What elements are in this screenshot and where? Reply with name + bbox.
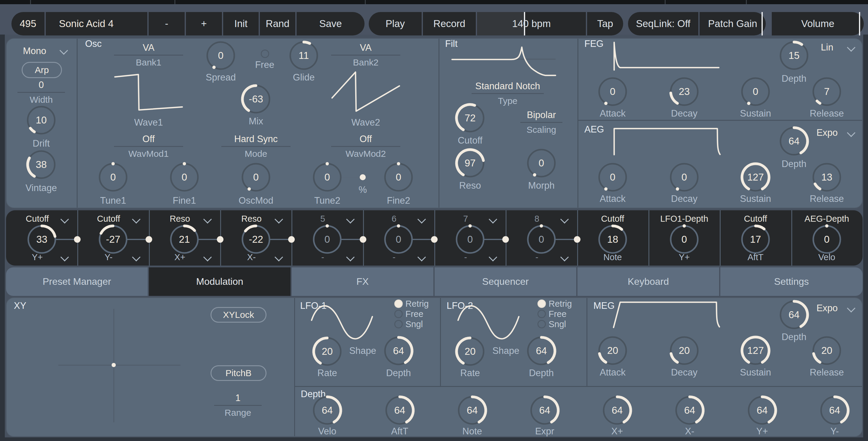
width-value[interactable]: 0 bbox=[18, 79, 65, 91]
seqlink-toggle[interactable]: SeqLink: Off bbox=[628, 12, 699, 35]
mod-slot-source-select[interactable]: - bbox=[292, 252, 353, 262]
patch-gain-cursor[interactable] bbox=[762, 12, 763, 35]
volume-slider[interactable]: Volume bbox=[772, 12, 864, 35]
mod-slot-dot[interactable] bbox=[502, 236, 509, 243]
aeg-slope-select[interactable]: Expo bbox=[809, 127, 845, 138]
depth-note-knob[interactable]: 64 bbox=[455, 394, 489, 427]
arp-toggle[interactable]: Arp bbox=[22, 62, 62, 78]
sync-mode-select[interactable]: Hard Sync Mode bbox=[221, 133, 290, 159]
save-button[interactable]: Save bbox=[297, 12, 365, 35]
mod-slot-amount-knob[interactable]: 0 bbox=[810, 223, 844, 256]
aeg-decay-knob[interactable]: 0 bbox=[668, 161, 701, 194]
mod-slot-source-select[interactable]: X+ bbox=[150, 252, 210, 262]
mod-slot-source-select[interactable]: - bbox=[364, 252, 424, 262]
mod-slot-amount-knob[interactable]: -22 bbox=[239, 223, 273, 256]
mod-slot-source-select[interactable]: - bbox=[435, 252, 496, 262]
mod-slot-dot[interactable] bbox=[217, 236, 223, 243]
meg-attack-knob[interactable]: 20 bbox=[596, 334, 629, 367]
lfo2-free-radio[interactable] bbox=[537, 310, 546, 318]
pitchb-toggle[interactable]: PitchB bbox=[211, 365, 267, 381]
preset-next-button[interactable]: + bbox=[186, 12, 222, 35]
oscmod-percent-dot[interactable] bbox=[359, 173, 367, 181]
lfo1-free-radio[interactable] bbox=[394, 310, 403, 318]
width-field[interactable]: 0 Width bbox=[18, 79, 65, 105]
mod-slot-dot[interactable] bbox=[574, 236, 581, 243]
lfo1-retrig-radio[interactable] bbox=[394, 300, 403, 308]
fine2-knob[interactable]: 0 bbox=[382, 161, 415, 194]
drift-knob[interactable]: 10 bbox=[24, 103, 58, 137]
record-button[interactable]: Record bbox=[423, 12, 476, 35]
wavmod1-select[interactable]: Off WavMod1 bbox=[114, 133, 183, 159]
mod-slot-source-select[interactable]: X- bbox=[221, 252, 281, 262]
scaling-value[interactable]: Bipolar bbox=[520, 109, 562, 121]
depth-yminus-knob[interactable]: 64 bbox=[818, 394, 851, 427]
tab-settings[interactable]: Settings bbox=[720, 267, 863, 296]
lfo2-sngl-radio[interactable] bbox=[537, 320, 546, 328]
filter-type-value[interactable]: Standard Notch bbox=[472, 80, 544, 92]
feg-sustain-knob[interactable]: 0 bbox=[739, 75, 772, 108]
mod-slot-source-select[interactable]: Y- bbox=[79, 252, 138, 262]
reso-knob[interactable]: 97 bbox=[453, 146, 487, 180]
xylock-toggle[interactable]: XYLock bbox=[211, 307, 267, 323]
tab-preset-manager[interactable]: Preset Manager bbox=[6, 267, 148, 296]
wavmod2-select[interactable]: Off WavMod2 bbox=[331, 133, 400, 159]
xy-range-field[interactable]: 1 Range bbox=[214, 392, 262, 418]
osc1-bank-select[interactable]: VA Bank1 bbox=[114, 42, 183, 68]
tune1-knob[interactable]: 0 bbox=[96, 161, 130, 194]
aeg-sustain-knob[interactable]: 127 bbox=[739, 161, 772, 194]
mod-slot-source-select[interactable]: Y+ bbox=[7, 252, 67, 262]
aeg-attack-knob[interactable]: 0 bbox=[596, 161, 629, 194]
wavmod2-value[interactable]: Off bbox=[331, 133, 400, 145]
depth-aftt-knob[interactable]: 64 bbox=[383, 394, 416, 427]
tab-sequencer[interactable]: Sequencer bbox=[435, 267, 576, 296]
sync-mode-value[interactable]: Hard Sync bbox=[221, 133, 290, 145]
tap-button[interactable]: Tap bbox=[587, 12, 623, 35]
spread-knob[interactable]: 0 bbox=[204, 39, 238, 72]
mod-slot-dot[interactable] bbox=[146, 236, 152, 243]
mod-slot-dot[interactable] bbox=[288, 236, 295, 243]
xy-cursor-dot[interactable] bbox=[112, 363, 116, 367]
mod-slot-dot[interactable] bbox=[360, 236, 366, 243]
voice-mode-select[interactable]: Mono bbox=[12, 46, 57, 57]
depth-xminus-knob[interactable]: 64 bbox=[673, 394, 707, 427]
mod-slot-amount-knob[interactable]: 0 bbox=[525, 223, 558, 256]
feg-release-knob[interactable]: 7 bbox=[810, 75, 844, 108]
lfo2-depth-knob[interactable]: 64 bbox=[525, 334, 558, 368]
meg-slope-select[interactable]: Expo bbox=[809, 303, 845, 314]
mod-slot-dot[interactable] bbox=[431, 236, 438, 243]
preset-name-field[interactable]: Sonic Acid 4 bbox=[46, 12, 147, 35]
mod-slot-amount-knob[interactable]: 17 bbox=[739, 223, 772, 256]
mod-slot-amount-knob[interactable]: 0 bbox=[453, 223, 487, 256]
mod-slot-amount-knob[interactable]: 0 bbox=[310, 223, 344, 256]
glide-knob[interactable]: 11 bbox=[287, 39, 320, 72]
tab-modulation[interactable]: Modulation bbox=[149, 267, 290, 296]
free-radio[interactable] bbox=[261, 49, 269, 58]
mod-slot-amount-knob[interactable]: -27 bbox=[96, 223, 130, 256]
lfo1-depth-knob[interactable]: 64 bbox=[382, 334, 415, 368]
aeg-release-knob[interactable]: 13 bbox=[810, 161, 844, 194]
mod-slot-amount-knob[interactable]: 21 bbox=[167, 223, 201, 256]
depth-velo-knob[interactable]: 64 bbox=[310, 394, 344, 427]
play-button[interactable]: Play bbox=[369, 12, 422, 35]
wavmod1-value[interactable]: Off bbox=[114, 133, 183, 145]
depth-xplus-knob[interactable]: 64 bbox=[600, 394, 634, 427]
morph-knob[interactable]: 0 bbox=[525, 146, 558, 180]
mod-slot-amount-knob[interactable]: 0 bbox=[668, 223, 701, 256]
aeg-depth-knob[interactable]: 64 bbox=[777, 124, 811, 158]
depth-yplus-knob[interactable]: 64 bbox=[745, 394, 779, 427]
mix-knob[interactable]: -63 bbox=[239, 82, 273, 116]
osc2-bank-value[interactable]: VA bbox=[331, 42, 400, 54]
meg-decay-knob[interactable]: 20 bbox=[668, 334, 701, 367]
meg-release-knob[interactable]: 20 bbox=[810, 334, 844, 367]
depth-expr-knob[interactable]: 64 bbox=[528, 394, 561, 427]
mod-slot-amount-knob[interactable]: 0 bbox=[382, 223, 415, 256]
feg-slope-select[interactable]: Lin bbox=[809, 42, 845, 53]
meg-sustain-knob[interactable]: 127 bbox=[739, 334, 772, 367]
osc1-bank-value[interactable]: VA bbox=[114, 42, 183, 54]
patch-gain-slider[interactable]: Patch Gain bbox=[700, 12, 766, 35]
lfo1-shape-label[interactable]: Shape bbox=[339, 345, 387, 356]
vintage-knob[interactable]: 38 bbox=[24, 148, 58, 181]
mod-slot-source-select[interactable]: - bbox=[507, 252, 567, 262]
oscmod-knob[interactable]: 0 bbox=[239, 161, 273, 194]
wave1-display[interactable] bbox=[113, 68, 185, 113]
